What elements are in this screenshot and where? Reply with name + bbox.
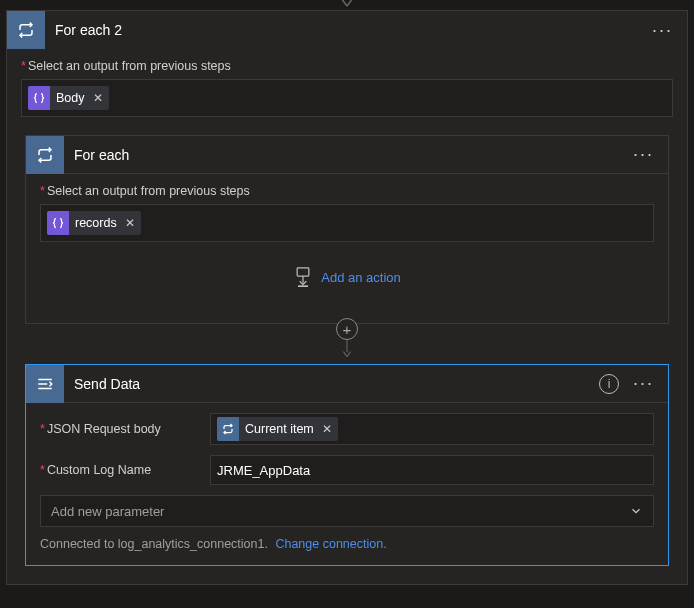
token-body-label: Body — [56, 91, 85, 105]
foreach-select-label: *Select an output from previous steps — [40, 184, 654, 198]
loop-icon — [7, 11, 45, 49]
send-data-menu[interactable]: ··· — [627, 373, 660, 394]
foreach-title: For each — [74, 147, 627, 163]
token-body[interactable]: Body ✕ — [28, 86, 109, 110]
send-data-header[interactable]: Send Data i ··· — [26, 365, 668, 403]
foreach2-select-label: *Select an output from previous steps — [21, 59, 673, 73]
json-body-label: *JSON Request body — [40, 422, 200, 436]
svg-rect-0 — [297, 268, 309, 276]
add-new-parameter[interactable]: Add new parameter — [40, 495, 654, 527]
token-records[interactable]: records ✕ — [47, 211, 141, 235]
token-body-remove[interactable]: ✕ — [93, 91, 103, 105]
foreach-output-input[interactable]: records ✕ — [40, 204, 654, 242]
token-current-item[interactable]: Current item ✕ — [217, 417, 338, 441]
log-name-input[interactable]: JRME_AppData — [210, 455, 654, 485]
foreach2-title: For each 2 — [55, 22, 646, 38]
foreach2-card: For each 2 ··· *Select an output from pr… — [6, 10, 688, 585]
foreach-card: For each ··· *Select an output from prev… — [25, 135, 669, 324]
chevron-down-icon — [629, 504, 643, 518]
send-data-info[interactable]: i — [599, 374, 619, 394]
send-data-card: Send Data i ··· *JSON Request body — [25, 364, 669, 566]
foreach2-menu[interactable]: ··· — [646, 20, 679, 41]
loop-icon — [217, 417, 239, 441]
connector-arrow-top — [0, 0, 694, 10]
send-data-icon — [26, 365, 64, 403]
change-connection-link[interactable]: Change connection. — [275, 537, 386, 551]
foreach2-output-input[interactable]: Body ✕ — [21, 79, 673, 117]
connection-status: Connected to log_analytics_connection1. … — [40, 537, 654, 551]
token-records-label: records — [75, 216, 117, 230]
braces-icon — [47, 211, 69, 235]
foreach-menu[interactable]: ··· — [627, 144, 660, 165]
json-body-input[interactable]: Current item ✕ — [210, 413, 654, 445]
token-current-item-label: Current item — [245, 422, 314, 436]
add-action-icon — [293, 266, 313, 288]
connector-plus: + — [21, 328, 673, 358]
log-name-label: *Custom Log Name — [40, 463, 200, 477]
token-current-item-remove[interactable]: ✕ — [322, 422, 332, 436]
insert-step-button[interactable]: + — [336, 318, 358, 340]
add-action-row: Add an action — [40, 242, 654, 309]
token-records-remove[interactable]: ✕ — [125, 216, 135, 230]
add-action-link[interactable]: Add an action — [293, 266, 401, 288]
foreach2-header[interactable]: For each 2 ··· — [7, 11, 687, 49]
braces-icon — [28, 86, 50, 110]
loop-icon — [26, 136, 64, 174]
foreach-header[interactable]: For each ··· — [26, 136, 668, 174]
send-data-title: Send Data — [74, 376, 599, 392]
